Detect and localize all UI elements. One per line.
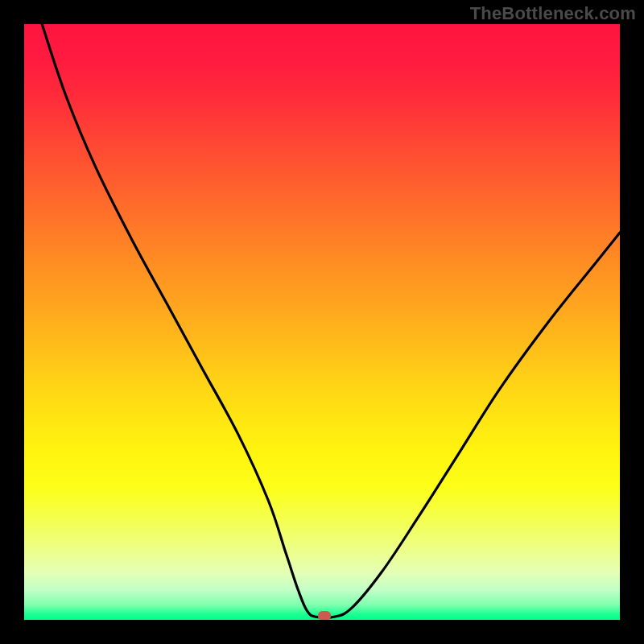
watermark-text: TheBottleneck.com	[470, 3, 636, 24]
chart-frame: TheBottleneck.com	[0, 0, 644, 644]
curve-path	[42, 24, 620, 618]
bottleneck-curve	[24, 24, 620, 620]
optimal-point-marker	[318, 611, 331, 620]
plot-area	[24, 24, 620, 620]
